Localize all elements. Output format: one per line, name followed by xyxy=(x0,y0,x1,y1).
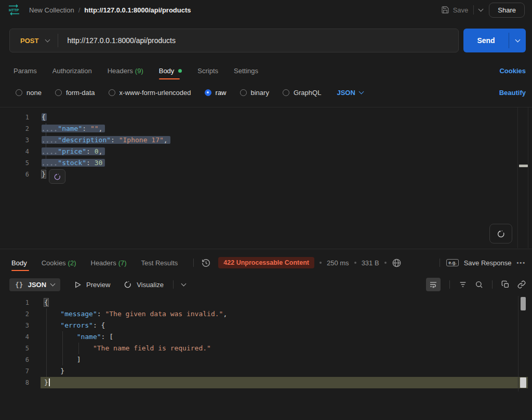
response-tab-body[interactable]: Body xyxy=(11,259,27,267)
breadcrumb-separator: / xyxy=(78,6,81,14)
beautify-link[interactable]: Beautify xyxy=(499,89,526,97)
dot-separator xyxy=(320,262,322,264)
link-icon[interactable] xyxy=(517,280,526,289)
line-number: 3 xyxy=(0,320,29,331)
copy-icon[interactable] xyxy=(501,280,510,289)
body-modified-dot-icon xyxy=(178,69,182,73)
preview-button[interactable]: Preview xyxy=(74,281,110,289)
response-size[interactable]: 331 B xyxy=(362,259,379,267)
wrap-text-button[interactable] xyxy=(426,278,441,291)
line-number: 5 xyxy=(0,157,29,169)
postbot-suggestion-button[interactable] xyxy=(49,169,65,184)
network-globe-icon[interactable] xyxy=(392,258,402,268)
more-options-button[interactable]: ••• xyxy=(516,260,526,266)
line-number: 4 xyxy=(0,331,29,343)
save-button[interactable]: Save xyxy=(441,6,469,14)
tab-authorization[interactable]: Authorization xyxy=(52,67,92,75)
editor-right-border xyxy=(528,107,528,248)
tab-params[interactable]: Params xyxy=(14,67,37,75)
tab-body[interactable]: Body xyxy=(159,67,182,75)
radio-icon xyxy=(283,89,289,96)
share-button[interactable]: Share xyxy=(489,3,525,18)
request-code-line: 5 "stock": 30 xyxy=(0,157,532,169)
headers-count: (7) xyxy=(118,259,127,267)
line-number: 6 xyxy=(0,354,29,365)
response-format-select[interactable]: {} JSON xyxy=(9,278,60,291)
response-code-line: 1 { xyxy=(0,297,532,308)
response-toolbar: {} JSON Preview Visualize xyxy=(9,277,526,292)
divider xyxy=(193,259,194,267)
history-icon[interactable] xyxy=(201,258,211,268)
dot-separator xyxy=(384,262,387,264)
radio-binary[interactable]: binary xyxy=(240,89,269,97)
braces-icon: {} xyxy=(15,281,23,289)
editor-right-border xyxy=(518,296,518,391)
divider xyxy=(440,259,440,267)
postbot-icon xyxy=(124,280,132,289)
cookies-count: (2) xyxy=(68,259,76,267)
line-number: 7 xyxy=(0,365,29,377)
response-tab-headers[interactable]: Headers(7) xyxy=(91,259,127,267)
view-options-chevron-icon[interactable] xyxy=(181,281,187,286)
scrollbar-thumb[interactable] xyxy=(521,297,526,310)
search-icon[interactable] xyxy=(475,280,483,289)
method-selector[interactable]: POST xyxy=(10,37,46,45)
active-tab-underline xyxy=(159,78,180,79)
current-line-scroll-marker xyxy=(520,377,526,388)
line-number: 6 xyxy=(0,169,29,180)
request-body-editor[interactable]: 1 { 2 "name": "", 3 "description": "Ipho… xyxy=(0,107,532,248)
send-button[interactable]: Send xyxy=(463,29,509,52)
response-code-line-current: 8 } xyxy=(0,377,532,388)
active-tab-underline xyxy=(11,270,29,271)
breadcrumb-collection[interactable]: New Collection xyxy=(29,6,74,14)
request-url-row: POST http://127.0.0.1:8000/api/products … xyxy=(9,29,526,52)
scrollbar-marker[interactable] xyxy=(519,165,528,167)
status-badge[interactable]: 422 Unprocessable Content xyxy=(218,257,314,268)
url-input[interactable]: http://127.0.0.1:8000/api/products xyxy=(58,36,184,45)
line-number: 1 xyxy=(0,112,29,123)
save-floppy-icon xyxy=(441,6,449,14)
request-response-splitter[interactable] xyxy=(0,249,532,249)
divider xyxy=(449,280,450,289)
response-tab-cookies[interactable]: Cookies(2) xyxy=(42,259,76,267)
filter-icon[interactable] xyxy=(459,280,467,289)
language-select[interactable]: JSON xyxy=(337,89,363,97)
cookies-link[interactable]: Cookies xyxy=(499,67,526,75)
postbot-button[interactable] xyxy=(489,224,512,243)
radio-none[interactable]: none xyxy=(16,89,42,97)
radio-form-data[interactable]: form-data xyxy=(55,89,95,97)
save-options-chevron-icon[interactable] xyxy=(478,6,484,11)
language-chevron-icon xyxy=(358,89,364,94)
radio-urlencoded[interactable]: x-www-form-urlencoded xyxy=(109,89,191,97)
response-code-line: 7 } xyxy=(0,365,532,377)
request-code-line: 6 } xyxy=(0,169,532,180)
visualize-button[interactable]: Visualize xyxy=(124,280,164,289)
response-code-line: 4 "name": [ xyxy=(0,331,532,343)
response-body-viewer[interactable]: 1 { 2 "message": "The given data was inv… xyxy=(0,296,532,391)
save-response-button[interactable]: Save Response xyxy=(464,259,512,267)
send-options-button[interactable] xyxy=(509,29,526,52)
tab-headers[interactable]: Headers(9) xyxy=(108,67,143,75)
response-code-line: 2 "message": "The given data was invalid… xyxy=(0,308,532,320)
editor-right-border xyxy=(517,107,518,248)
tab-scripts[interactable]: Scripts xyxy=(197,67,218,75)
method-chevron-icon[interactable] xyxy=(45,37,50,42)
radio-graphql[interactable]: GraphQL xyxy=(283,89,321,97)
save-label: Save xyxy=(453,6,469,14)
breadcrumb-request-title[interactable]: http://127.0.0.1:8000/api/products xyxy=(84,6,191,14)
request-code-line: 1 { xyxy=(0,112,532,123)
line-number: 2 xyxy=(0,308,29,320)
radio-selected-icon xyxy=(205,89,211,96)
response-code-line: 6 ] xyxy=(0,354,532,365)
line-number: 5 xyxy=(0,343,29,354)
line-number: 4 xyxy=(0,146,29,157)
response-time[interactable]: 250 ms xyxy=(327,259,349,267)
play-icon xyxy=(74,281,82,289)
line-number: 8 xyxy=(0,377,29,388)
response-code-line: 5 "The name field is required." xyxy=(0,343,532,354)
radio-raw[interactable]: raw xyxy=(205,89,227,97)
tab-settings[interactable]: Settings xyxy=(234,67,258,75)
response-tab-test-results[interactable]: Test Results xyxy=(141,259,178,267)
radio-icon xyxy=(109,89,115,96)
url-box: POST http://127.0.0.1:8000/api/products xyxy=(9,29,459,52)
